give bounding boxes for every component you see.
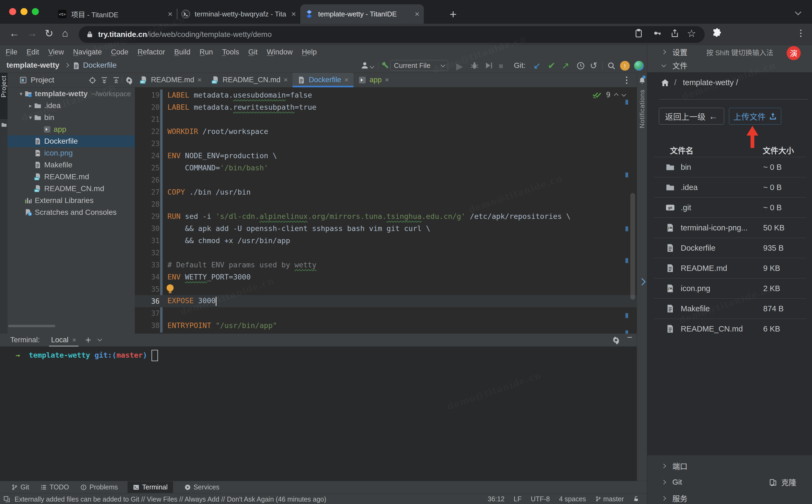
tree-item-scratches-and-consoles[interactable]: Scratches and Consoles [8, 206, 135, 218]
stop-icon[interactable]: ■ [499, 61, 503, 71]
code-line-21[interactable]: 21 [135, 113, 637, 125]
back-icon[interactable]: ← [9, 27, 19, 39]
editor-tab-readme-md[interactable]: MDREADME.md× [135, 73, 207, 87]
code-line-23[interactable]: 23 [135, 137, 637, 150]
caret-position[interactable]: 36:12 [488, 495, 505, 503]
terminal-hide-icon[interactable]: − [627, 332, 632, 343]
status-message[interactable]: Externally added files can be added to G… [15, 495, 326, 503]
file-row-readme-cn-md[interactable]: README_CN.md6 KB [654, 319, 806, 339]
tab-close-icon[interactable]: × [284, 76, 288, 84]
maximize-window-button[interactable] [32, 8, 39, 15]
editor-scrollbar-thumb[interactable] [630, 193, 635, 300]
toolbar-todo-button[interactable]: TODO [40, 483, 69, 491]
intention-bulb-icon[interactable] [167, 284, 174, 291]
go-up-button[interactable]: 返回上一级 ← [659, 108, 724, 125]
terminal-dropdown-icon[interactable] [98, 337, 101, 342]
toolbar-problems-button[interactable]: Problems [80, 483, 118, 491]
files-section-header[interactable]: 文件 [647, 59, 812, 72]
file-row-icon-png[interactable]: icon.png2 KB [654, 278, 806, 298]
code-line-38[interactable]: 38ENTRYPOINT "/usr/bin/app" [135, 319, 637, 332]
tree-item-dockerfile[interactable]: Dockerfile [8, 135, 135, 147]
project-horizontal-scrollbar[interactable] [8, 325, 55, 327]
next-problem-icon[interactable] [622, 92, 626, 97]
toolbar-git-button[interactable]: Git [11, 483, 29, 491]
git-commit-check-icon[interactable]: ✔ [548, 61, 555, 71]
code-line-24[interactable]: 24ENV NODE_ENV=production \ [135, 150, 637, 162]
update-available-icon[interactable]: ↑ [620, 61, 630, 71]
gear-icon[interactable] [125, 76, 133, 84]
status-dock-icon[interactable] [3, 496, 10, 503]
indent-setting[interactable]: 4 spaces [559, 495, 586, 503]
file-row-terminal-icon-png-[interactable]: terminal-icon-png...50 KB [654, 218, 806, 238]
git-push-icon[interactable]: ↗ [562, 61, 569, 71]
code-line-37[interactable]: 37 [135, 307, 637, 319]
stripe-project-button[interactable]: Project [0, 73, 8, 119]
browser-tab-3[interactable]: <>template-wetty - TitanIDE× [300, 4, 424, 24]
clone-icon[interactable] [769, 478, 777, 486]
menu-file[interactable]: File [1, 48, 22, 56]
code-line-20[interactable]: 20LABEL metadata.rewritesubpath=true [135, 101, 637, 113]
code-line-31[interactable]: 31 && chmod +x /usr/bin/app [135, 234, 637, 247]
clone-button[interactable]: 克隆 [781, 477, 796, 488]
menu-build[interactable]: Build [170, 48, 195, 56]
editor-tab-options-icon[interactable] [626, 77, 627, 84]
menu-window[interactable]: Window [262, 48, 297, 56]
home-dir-icon[interactable] [660, 78, 670, 87]
tree-item-makefile[interactable]: Makefile [8, 159, 135, 171]
tab-close-icon[interactable]: × [385, 76, 389, 84]
rollback-icon[interactable]: ↺ [590, 61, 597, 71]
git-branch-widget[interactable]: master [595, 495, 624, 503]
toolbar-terminal-button[interactable]: Terminal [128, 481, 173, 493]
section-端口[interactable]: 端口 [647, 458, 812, 474]
minimize-window-button[interactable] [20, 8, 27, 15]
code-line-28[interactable]: 28 [135, 198, 637, 210]
file-row--idea[interactable]: .idea~ 0 B [654, 177, 806, 197]
prev-problem-icon[interactable] [614, 93, 619, 98]
stripe-notifications-label[interactable]: Notifications [638, 89, 646, 128]
menu-tools[interactable]: Tools [218, 48, 244, 56]
section-git[interactable]: Git克隆 [647, 475, 812, 490]
menu-run[interactable]: Run [195, 48, 218, 56]
code-line-30[interactable]: 30 && apk add -U openssh-client sshpass … [135, 222, 637, 234]
code-line-25[interactable]: 25 COMMAND='/bin/bash' [135, 162, 637, 174]
tab-close-icon[interactable]: × [345, 76, 349, 84]
user-icon[interactable] [360, 61, 369, 70]
history-clock-icon[interactable] [576, 61, 585, 70]
tab-overflow-chevron-icon[interactable] [796, 10, 800, 15]
unlock-icon[interactable] [633, 495, 639, 502]
code-line-32[interactable]: 32 [135, 247, 637, 259]
upload-file-button[interactable]: 上传文件 [729, 108, 781, 125]
home-icon[interactable]: ⌂ [62, 27, 68, 39]
code-line-29[interactable]: 29RUN sed -i 's/dl-cdn.alpinelinux.org/m… [135, 210, 637, 222]
tree-chevron-icon[interactable]: ▾ [18, 91, 25, 97]
menu-refactor[interactable]: Refactor [133, 48, 170, 56]
tab-close-icon[interactable]: × [198, 76, 202, 84]
ide-assistant-sphere-icon[interactable] [634, 61, 644, 71]
toolbar-services-button[interactable]: Services [184, 483, 219, 491]
code-line-35[interactable]: 35 [135, 283, 637, 295]
build-hammer-icon[interactable] [381, 61, 390, 70]
panel-expander-chevron-icon[interactable] [637, 275, 646, 288]
clipboard-icon[interactable] [634, 29, 643, 38]
tree-item-readme-md[interactable]: MDREADME.md [8, 171, 135, 183]
extensions-puzzle-icon[interactable] [712, 28, 722, 38]
file-row-bin[interactable]: bin~ 0 B [654, 157, 806, 177]
terminal-tab-close-icon[interactable]: × [72, 336, 76, 344]
share-icon[interactable] [670, 28, 679, 38]
git-update-icon[interactable]: ↙ [533, 61, 541, 71]
section-服务[interactable]: 服务 [647, 491, 812, 504]
locate-file-icon[interactable] [88, 76, 97, 84]
new-tab-button[interactable]: + [450, 8, 457, 21]
browser-tab-2[interactable]: terminal-wetty-bwqryafz - Tita× [177, 4, 300, 24]
editor-tab-readme-cn-md[interactable]: MDREADME_CN.md× [207, 73, 293, 87]
reload-icon[interactable]: ↻ [45, 27, 53, 39]
line-ending[interactable]: LF [514, 495, 522, 503]
tab-close-icon[interactable]: × [415, 9, 419, 19]
tree-item-app[interactable]: app [8, 123, 135, 135]
forward-icon[interactable]: → [27, 27, 37, 39]
menu-view[interactable]: View [44, 48, 68, 56]
breadcrumb-project[interactable]: template-wetty [6, 61, 59, 70]
key-icon[interactable] [652, 29, 662, 37]
code-line-33[interactable]: 33# Default ENV params used by wetty [135, 259, 637, 271]
code-line-22[interactable]: 22WORKDIR /root/workspace [135, 125, 637, 137]
